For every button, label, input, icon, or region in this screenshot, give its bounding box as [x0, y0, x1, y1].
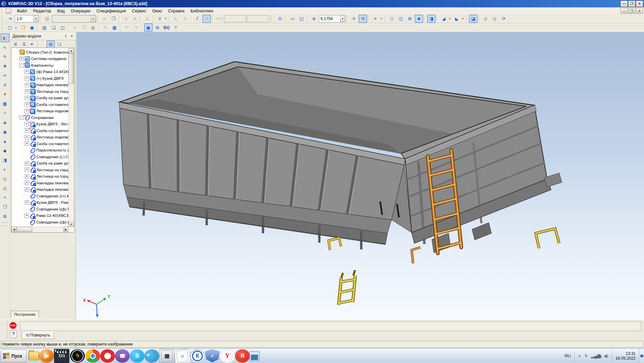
simplified-dropdown[interactable]: ▾ — [448, 15, 452, 23]
expander-icon[interactable] — [25, 187, 29, 192]
start-button[interactable]: Пуск — [1, 350, 26, 362]
panel-spatial-curves-button[interactable]: ∿ — [1, 43, 9, 52]
tree-item-handler-bracket[interactable]: ✓ Скоба составителя — [11, 101, 68, 108]
taskbar-skype-icon[interactable]: S — [130, 349, 144, 363]
expander-icon[interactable] — [24, 70, 29, 74]
snap-magnet-button[interactable]: ∩ — [122, 15, 130, 23]
menu-operations[interactable]: Операции — [68, 8, 93, 14]
zoom-selection-button[interactable]: ◱ — [297, 15, 306, 23]
tree-item-frame-bracket[interactable]: ✓ Скоба на раме для — [11, 95, 68, 102]
viewport-3d[interactable]: X Y Z — [76, 32, 644, 319]
panel-solid-ops-button[interactable]: ◆ — [1, 146, 9, 155]
taskbar-kompas-icon[interactable]: К — [190, 349, 205, 363]
tree-item-mate-coincident[interactable]: ✓ Совпадение ((-) Ск — [11, 154, 68, 160]
taskbar-media-player-icon[interactable]: ▶ — [39, 349, 54, 363]
interrupt-button[interactable]: STOP — [9, 321, 17, 329]
taskbar-chrome-icon[interactable] — [85, 349, 100, 363]
scroll-right-icon[interactable]: ▶ — [63, 227, 68, 232]
print-preview-button[interactable]: ❏ — [49, 23, 58, 32]
variables-button[interactable]: ⊞ — [153, 23, 162, 32]
restore-button[interactable]: ❐ — [628, 1, 635, 7]
menu-libraries[interactable]: Библиотеки — [187, 8, 216, 14]
current-step-icon[interactable]: ⇥ — [6, 15, 14, 23]
tray-expand-icon[interactable]: ∧ — [578, 353, 581, 358]
expander-icon[interactable] — [25, 102, 29, 107]
close-button[interactable]: ✕ — [636, 1, 643, 7]
taskbar-notepad-icon[interactable]: ≡ — [174, 348, 191, 363]
tree-item-mate-group[interactable]: ✓ Лестница на торце — [11, 173, 68, 180]
panel-filters-button[interactable]: ▼ — [1, 90, 9, 99]
scroll-up-icon[interactable]: ▲ — [69, 48, 74, 53]
taskbar-yandex-browser-icon[interactable]: Я — [235, 349, 250, 363]
new-document-dropdown[interactable]: ▾ — [14, 23, 18, 32]
tree-item-mate-parallel[interactable]: ✓ Параллельность ((- — [11, 147, 68, 154]
panel-sheet-metal-button[interactable]: ▲ — [1, 137, 9, 145]
menu-view[interactable]: Вид — [54, 8, 68, 14]
tree-item-step-ladder[interactable]: ✓ Лестница-подножка — [11, 108, 68, 115]
grid-button[interactable]: # — [156, 15, 164, 23]
taskbar-file-manager-icon[interactable] — [28, 352, 39, 360]
new-document-button[interactable]: ▢ — [6, 23, 14, 32]
tree-item-mate-group[interactable]: ✓ Скоба составителя — [11, 127, 68, 134]
section-view-button[interactable]: ◪ — [469, 15, 477, 23]
volume-icon[interactable]: ◀) — [604, 353, 608, 358]
hidden-lines-button[interactable]: ◫ — [397, 15, 405, 23]
tray-clock[interactable]: 13:31 16.05.2022 — [612, 351, 639, 361]
context-help-button[interactable]: ? — [171, 23, 180, 32]
show-desktop-button[interactable] — [639, 349, 644, 363]
taskbar-telegram-icon[interactable]: ➢ — [144, 349, 159, 363]
expander-icon[interactable] — [25, 76, 29, 80]
taskbar-yandex-icon[interactable]: Y — [220, 349, 235, 363]
minimize-button[interactable]: — — [621, 1, 628, 7]
doc-close-button[interactable]: ✕ — [636, 8, 643, 14]
expander-icon[interactable] — [19, 63, 24, 67]
horizontal-scroll-thumb[interactable] — [17, 227, 32, 232]
expander-icon[interactable] — [24, 109, 29, 113]
panel-edit-assembly-button[interactable]: ◧ — [1, 34, 9, 42]
tree-item-mate-group[interactable]: ✓ Кузов ДВРЗ - Рама — [11, 199, 68, 206]
zoom-area-button[interactable]: ▭ — [288, 15, 297, 23]
tree-item-coordinate-systems[interactable]: ✓ Системы координат — [11, 56, 68, 62]
tree-item-mate-group[interactable]: ✓ Скоба на раме для — [11, 160, 68, 167]
panel-mates-button[interactable]: ◈ — [1, 118, 9, 127]
panel-curves-button[interactable]: ◐ — [1, 165, 9, 174]
tab-construction[interactable]: Построение — [11, 311, 39, 318]
tree-item-mate-group[interactable]: ✓ Скоба составителя — [11, 140, 68, 147]
property-help-button[interactable]: ? — [10, 330, 17, 338]
tree-item-mate-coincident[interactable]: ✓ Совпадение ((+) Ку — [11, 193, 68, 199]
menu-window[interactable]: Окно — [149, 8, 165, 14]
tree-composition-button[interactable]: ☰ — [20, 41, 28, 48]
tree-item-mate-coincident[interactable]: ✓ Совпадение ((ф) Ра — [11, 206, 68, 213]
panel-shell-button[interactable]: ◓ — [1, 193, 9, 202]
scroll-down-icon[interactable]: ▼ — [69, 222, 74, 227]
panel-measure-button[interactable]: ◉ — [1, 127, 9, 136]
taskbar-calculator-icon[interactable]: ▦ — [159, 349, 175, 363]
expander-icon[interactable] — [25, 135, 29, 139]
panel-aux-geometry-button[interactable]: ❖ — [1, 62, 9, 70]
tree-sections-button[interactable]: ▤ — [47, 41, 55, 48]
taskbar-media-player-classic-icon[interactable]: 321 — [54, 349, 69, 363]
taskbar-screenshot-tool-icon[interactable] — [250, 352, 259, 360]
tree-item-body[interactable]: ✓ (+) Кузов ДВРЗ — [11, 75, 68, 82]
rounding-button[interactable]: Г — [193, 15, 202, 23]
tree-item-mate-group[interactable]: ✓ Лестница-подножк — [11, 134, 68, 141]
panel-specification-button[interactable]: ▦ — [1, 99, 9, 108]
orientation-button[interactable]: ⌖ — [371, 15, 379, 23]
menu-specification[interactable]: Спецификация — [94, 8, 129, 14]
taskbar-daemon-tools-icon[interactable]: ϟ — [69, 349, 85, 363]
tab-rotate[interactable]: ⟲ Повернуть — [21, 331, 54, 339]
spec-properties-button[interactable]: ▦ — [110, 23, 119, 32]
power-icon[interactable]: ↯ — [584, 353, 588, 358]
expander-icon[interactable] — [25, 168, 29, 172]
menu-service[interactable]: Сервис — [129, 8, 149, 14]
expander-icon[interactable] — [25, 89, 29, 94]
open-button[interactable]: ❒ — [19, 23, 27, 32]
tree-item-mate-group[interactable]: ✓ Кузов ДВРЗ - Лестн — [11, 121, 68, 128]
tree-vertical-scrollbar[interactable]: ▲ ▼ — [68, 48, 74, 227]
orientation-dropdown[interactable]: ▾ — [379, 15, 384, 23]
panel-annotation-button[interactable]: ✑ — [1, 71, 9, 80]
rotate-button[interactable]: ⟲ — [359, 15, 367, 23]
tree-item-hatch-plate[interactable]: ✓ Накладка люковая — [11, 82, 68, 88]
tree-item-end-ladder[interactable]: ✓ Лестница на торце — [11, 88, 68, 95]
functions-button[interactable]: f(x) — [162, 23, 171, 32]
